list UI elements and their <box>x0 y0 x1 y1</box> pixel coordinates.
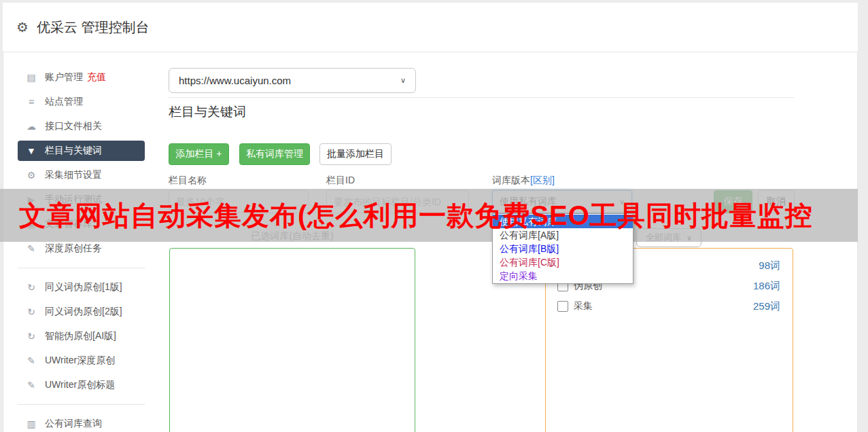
recharge-link[interactable]: 充值 <box>87 71 106 84</box>
selected-wordlib-box <box>169 248 415 432</box>
page-title: 栏目与关键词 <box>169 103 246 121</box>
word-count: 98词 <box>759 259 780 272</box>
sidebar-item-uwriter-deep[interactable]: ✎ UWriter深度原创 <box>18 350 145 371</box>
site-url-select[interactable]: https://www.ucaiyun.com ∨ <box>169 68 416 93</box>
wordlib-version-label: 词库版本[区别] <box>492 175 555 187</box>
column-name-label: 栏目名称 <box>169 175 207 187</box>
sidebar-item-label: UWriter深度原创 <box>45 355 115 367</box>
sidebar-item-synonym-2[interactable]: ↻ 同义词伪原创[2版] <box>18 302 145 322</box>
word-count: 259词 <box>753 300 780 313</box>
book-icon: ▥ <box>26 418 37 429</box>
header-bar: ⚙ 优采云 管理控制台 <box>3 3 858 52</box>
sidebar-item-label: 智能伪原创[AI版] <box>45 330 116 342</box>
version-diff-link[interactable]: [区别] <box>530 175 555 185</box>
sidebar-item-label: 深度原创任务 <box>45 242 102 255</box>
bar-chart-icon: ▤ <box>26 72 37 83</box>
sidebar-divider <box>18 268 145 268</box>
checkbox[interactable] <box>557 301 568 312</box>
sidebar-item-columns-keywords[interactable]: ▼ 栏目与关键词 <box>18 141 145 161</box>
cloud-upload-icon: ☁ <box>26 121 37 132</box>
gears-icon: ⚙ <box>26 170 37 181</box>
sidebar-item-label: UWriter原创标题 <box>45 379 115 391</box>
dropdown-option-directed[interactable]: 定向采集 <box>493 269 633 283</box>
wordlib-version-label-text: 词库版本 <box>492 175 530 185</box>
site-url-value: https://www.ucaiyun.com <box>179 75 291 86</box>
chevron-down-icon: ∨ <box>400 76 406 85</box>
edit-icon: ✎ <box>26 243 37 254</box>
sidebar-item-label: 接口文件相关 <box>45 120 102 132</box>
add-column-button[interactable]: 添加栏目 + <box>169 143 229 165</box>
gear-icon: ⚙ <box>16 19 29 35</box>
sidebar-item-interface-files[interactable]: ☁ 接口文件相关 <box>18 116 145 137</box>
sidebar-item-sites[interactable]: ≡ 站点管理 <box>18 92 145 112</box>
filter-icon: ▼ <box>26 145 37 156</box>
sidebar-item-label: 同义词伪原创[1版] <box>45 281 122 293</box>
sidebar-item-label: 栏目与关键词 <box>45 145 102 157</box>
sidebar-item-account[interactable]: ▤ 账户管理 充值 <box>18 67 145 88</box>
dropdown-option-public-c[interactable]: 公有词库[C版] <box>493 255 633 269</box>
refresh-icon: ↻ <box>26 306 37 317</box>
app-title: 优采云 管理控制台 <box>37 18 150 37</box>
sidebar-item-label: 站点管理 <box>45 96 83 108</box>
sidebar-divider <box>18 404 145 405</box>
edit-icon: ✎ <box>26 355 37 366</box>
dropdown-option-public-b[interactable]: 公有词库[B版] <box>493 242 633 255</box>
refresh-icon: ↻ <box>26 282 37 293</box>
word-count: 186词 <box>753 280 780 293</box>
edit-icon: ✎ <box>26 380 37 391</box>
sidebar-item-ai-rewrite[interactable]: ↻ 智能伪原创[AI版] <box>18 326 145 346</box>
wordlib-row: 采集 259词 <box>557 300 780 312</box>
refresh-icon: ↻ <box>26 331 37 342</box>
app-window: ⚙ 优采云 管理控制台 ▤ 账户管理 充值 ≡ 站点管理 ☁ 接口文件相关 ▼ … <box>0 0 868 432</box>
sidebar-item-collect-settings[interactable]: ⚙ 采集细节设置 <box>18 165 145 185</box>
section-divider <box>169 97 794 98</box>
scrollbar-gutter[interactable] <box>858 0 868 432</box>
batch-add-column-button[interactable]: 批量添加栏目 <box>319 143 392 165</box>
wordlib-row-label: 采集 <box>574 300 593 312</box>
manage-private-wordlib-button[interactable]: 私有词库管理 <box>239 143 310 165</box>
column-id-label: 栏目ID <box>326 175 355 187</box>
sidebar-item-public-wordlib[interactable]: ▥ 公有词库查询 <box>18 414 145 432</box>
sidebar-item-label: 公有词库查询 <box>45 418 102 430</box>
server-icon: ≡ <box>26 96 37 107</box>
sidebar-item-uwriter-title[interactable]: ✎ UWriter原创标题 <box>18 375 145 395</box>
watermark-text: 文章网站自动采集发布(怎么利用一款免费SEO工具同时批量监控 <box>0 189 858 242</box>
sidebar-item-label: 同义词伪原创[2版] <box>45 306 122 318</box>
sidebar-item-label: 采集细节设置 <box>45 169 102 181</box>
sidebar-item-label: 账户管理 <box>45 71 83 84</box>
sidebar-item-synonym-1[interactable]: ↻ 同义词伪原创[1版] <box>18 277 145 298</box>
